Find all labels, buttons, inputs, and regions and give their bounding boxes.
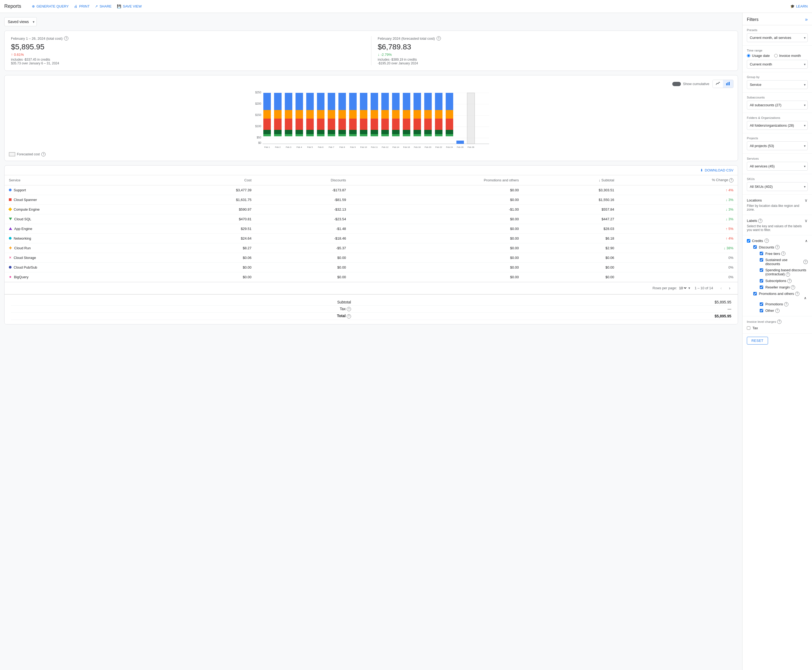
presets-select-wrapper: Current month, all services xyxy=(747,33,808,42)
promotions-others-label: Promotions and others xyxy=(759,292,794,296)
cell-service-5: Networking xyxy=(5,233,160,243)
svg-rect-115 xyxy=(435,93,442,110)
cell-change-2: ↓ 3% xyxy=(618,205,738,214)
saved-views-select[interactable]: Saved views xyxy=(4,17,37,26)
download-csv-button[interactable]: ⬇ DOWNLOAD CSV xyxy=(700,168,733,172)
invoice-level-info-icon[interactable]: ? xyxy=(777,320,782,324)
labels-collapsible-header[interactable]: Labels ? ∨ xyxy=(747,218,808,223)
filter-reset-section: RESET xyxy=(743,333,812,348)
promotions-others-checkbox[interactable] xyxy=(753,292,757,295)
svg-rect-84 xyxy=(382,110,389,118)
period-select[interactable]: Current month xyxy=(747,60,808,69)
usage-date-label: Usage date xyxy=(752,54,770,58)
other-info-icon[interactable]: ? xyxy=(775,309,780,313)
projects-select[interactable]: All projects (53) xyxy=(747,141,808,150)
line-chart-button[interactable] xyxy=(713,80,723,88)
cumulative-toggle[interactable] xyxy=(672,82,681,86)
prev-page-button[interactable]: ‹ xyxy=(717,284,725,292)
group-by-select[interactable]: Service xyxy=(747,80,808,89)
table-row: Cloud SQL $470.81 -$23.54 $0.00 $447.27 … xyxy=(5,214,738,224)
save-view-button[interactable]: 💾 SAVE VIEW xyxy=(117,4,142,8)
bar-chart-button[interactable] xyxy=(723,80,733,88)
rows-per-page-select[interactable]: 10 25 50 xyxy=(678,286,687,290)
save-icon: 💾 xyxy=(117,4,121,8)
labels-collapse-icon: ∨ xyxy=(805,218,808,223)
sustained-use-info-icon[interactable]: ? xyxy=(804,260,808,264)
reset-button[interactable]: RESET xyxy=(747,337,768,345)
svg-rect-35 xyxy=(295,118,303,130)
labels-info-icon[interactable]: ? xyxy=(758,219,762,223)
services-select[interactable]: All services (45) xyxy=(747,162,808,171)
svg-rect-53 xyxy=(328,118,335,130)
spending-based-info-icon[interactable]: ? xyxy=(786,272,790,277)
free-tiers-checkbox[interactable] xyxy=(760,252,763,255)
total-info-icon[interactable]: ? xyxy=(347,314,351,318)
svg-rect-48 xyxy=(317,110,324,118)
sustained-use-checkbox[interactable] xyxy=(760,258,763,262)
usage-date-radio[interactable] xyxy=(747,54,750,58)
svg-text:Feb 1: Feb 1 xyxy=(264,146,270,148)
svg-text:Feb 18: Feb 18 xyxy=(414,146,421,148)
cost-card-forecast-title: February 2024 (forecasted total cost) xyxy=(378,37,435,41)
credits-info-icon[interactable]: ? xyxy=(765,239,769,243)
skus-select[interactable]: All SKUs (402) xyxy=(747,182,808,191)
svg-rect-39 xyxy=(306,134,314,136)
folders-select[interactable]: All folders/organizations (28) xyxy=(747,121,808,130)
invoice-month-label: Invoice month xyxy=(779,54,801,58)
cost-card-actual-info-icon[interactable]: ? xyxy=(64,36,68,41)
filter-panel: Filters » Presets Current month, all ser… xyxy=(742,13,812,670)
svg-rect-16 xyxy=(263,130,271,134)
spending-based-checkbox[interactable] xyxy=(760,268,763,272)
col-service: Service xyxy=(5,175,160,185)
discounts-checkbox[interactable] xyxy=(753,245,757,249)
discounts-info-icon[interactable]: ? xyxy=(775,245,780,249)
cell-subtotal-9: $0.00 xyxy=(523,272,619,282)
locations-collapsible-header[interactable]: Locations ∨ xyxy=(747,198,808,203)
svg-text:Feb 10: Feb 10 xyxy=(360,146,367,148)
share-button[interactable]: ↗ SHARE xyxy=(95,4,111,8)
promotions-others-info-icon[interactable]: ? xyxy=(795,292,799,296)
change-col-info-icon[interactable]: ? xyxy=(729,178,733,183)
subaccounts-select[interactable]: All subaccounts (27) xyxy=(747,101,808,110)
presets-select[interactable]: Current month, all services xyxy=(747,33,808,42)
invoice-month-radio[interactable] xyxy=(774,54,778,58)
subscriptions-checkbox[interactable] xyxy=(760,279,763,283)
invoice-month-radio-label[interactable]: Invoice month xyxy=(774,54,801,58)
projects-label: Projects xyxy=(747,137,808,140)
credits-checkbox[interactable] xyxy=(747,239,750,242)
other-checkbox[interactable] xyxy=(760,309,763,312)
forecasted-cost-info-icon[interactable]: ? xyxy=(41,152,46,156)
promotions-checkbox[interactable] xyxy=(760,303,763,306)
saved-views-row: Saved views xyxy=(4,17,738,26)
svg-text:$100: $100 xyxy=(255,125,262,128)
svg-rect-77 xyxy=(371,118,378,130)
svg-rect-112 xyxy=(435,130,442,134)
tax-checkbox[interactable] xyxy=(747,326,750,330)
credits-header[interactable]: Credits ? ∧ xyxy=(747,239,808,243)
print-button[interactable]: 🖨 PRINT xyxy=(74,4,89,8)
col-cost: Cost xyxy=(160,175,256,185)
free-tiers-info-icon[interactable]: ? xyxy=(781,251,785,256)
generate-query-button[interactable]: ⊕ GENERATE QUERY xyxy=(32,4,69,8)
svg-text:Feb 14: Feb 14 xyxy=(393,146,399,148)
promotions-info-icon[interactable]: ? xyxy=(784,302,788,306)
cell-promotions-1: $0.00 xyxy=(350,195,523,205)
svg-rect-70 xyxy=(360,130,367,134)
reseller-margin-checkbox[interactable] xyxy=(760,286,763,289)
col-promotions: Promotions and others xyxy=(350,175,523,185)
svg-rect-96 xyxy=(403,110,410,118)
svg-rect-63 xyxy=(349,134,357,136)
cell-subtotal-8: $0.00 xyxy=(523,262,619,272)
subscriptions-info-icon[interactable]: ? xyxy=(787,279,792,283)
forecasted-cost-label: Forecasted cost ? xyxy=(9,152,733,156)
cell-discounts-1: -$81.59 xyxy=(256,195,351,205)
next-page-button[interactable]: › xyxy=(726,284,733,292)
tax-info-icon[interactable]: ? xyxy=(347,307,351,311)
filter-collapse-button[interactable]: » xyxy=(805,17,808,22)
cell-cost-8: $0.00 xyxy=(160,262,256,272)
cell-subtotal-7: $0.06 xyxy=(523,253,619,262)
cost-card-forecast-info-icon[interactable]: ? xyxy=(437,36,441,41)
learn-button[interactable]: 🎓 LEARN xyxy=(790,4,808,8)
reseller-margin-info-icon[interactable]: ? xyxy=(791,285,795,289)
usage-date-radio-label[interactable]: Usage date xyxy=(747,54,770,58)
